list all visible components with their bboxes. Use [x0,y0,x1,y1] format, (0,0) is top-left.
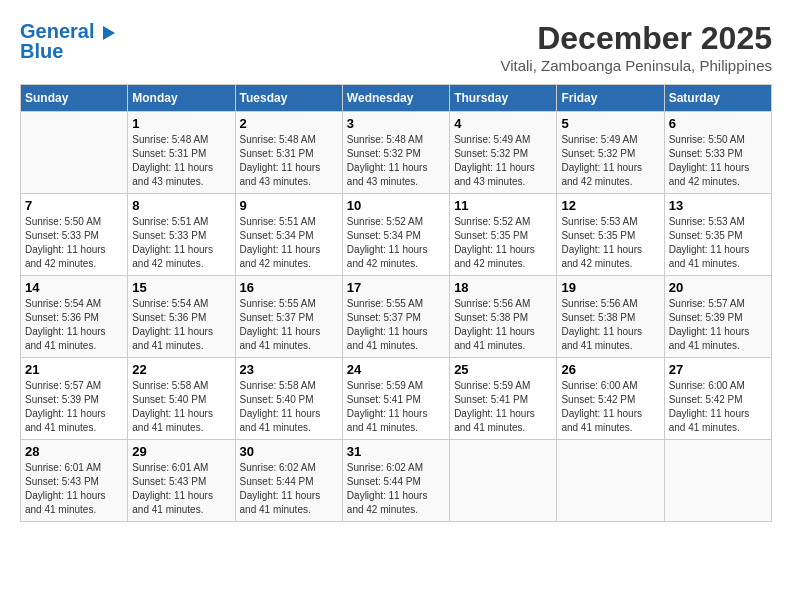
calendar-cell: 10 Sunrise: 5:52 AMSunset: 5:34 PMDaylig… [342,194,449,276]
day-number: 4 [454,116,552,131]
day-number: 19 [561,280,659,295]
calendar-cell: 1 Sunrise: 5:48 AMSunset: 5:31 PMDayligh… [128,112,235,194]
calendar-cell: 31 Sunrise: 6:02 AMSunset: 5:44 PMDaylig… [342,440,449,522]
day-detail: Sunrise: 5:59 AMSunset: 5:41 PMDaylight:… [347,379,445,435]
day-detail: Sunrise: 5:56 AMSunset: 5:38 PMDaylight:… [561,297,659,353]
day-detail: Sunrise: 5:59 AMSunset: 5:41 PMDaylight:… [454,379,552,435]
day-number: 20 [669,280,767,295]
day-number: 14 [25,280,123,295]
calendar-cell: 11 Sunrise: 5:52 AMSunset: 5:35 PMDaylig… [450,194,557,276]
calendar-cell: 30 Sunrise: 6:02 AMSunset: 5:44 PMDaylig… [235,440,342,522]
calendar-cell: 19 Sunrise: 5:56 AMSunset: 5:38 PMDaylig… [557,276,664,358]
calendar-cell [21,112,128,194]
calendar-cell: 29 Sunrise: 6:01 AMSunset: 5:43 PMDaylig… [128,440,235,522]
calendar-week-row: 7 Sunrise: 5:50 AMSunset: 5:33 PMDayligh… [21,194,772,276]
day-detail: Sunrise: 6:00 AMSunset: 5:42 PMDaylight:… [561,379,659,435]
day-number: 28 [25,444,123,459]
weekday-header-monday: Monday [128,85,235,112]
calendar-table: SundayMondayTuesdayWednesdayThursdayFrid… [20,84,772,522]
day-number: 8 [132,198,230,213]
calendar-cell: 21 Sunrise: 5:57 AMSunset: 5:39 PMDaylig… [21,358,128,440]
day-number: 26 [561,362,659,377]
day-number: 17 [347,280,445,295]
day-detail: Sunrise: 5:54 AMSunset: 5:36 PMDaylight:… [132,297,230,353]
calendar-cell: 2 Sunrise: 5:48 AMSunset: 5:31 PMDayligh… [235,112,342,194]
weekday-header-thursday: Thursday [450,85,557,112]
day-number: 24 [347,362,445,377]
day-detail: Sunrise: 5:49 AMSunset: 5:32 PMDaylight:… [561,133,659,189]
calendar-title: December 2025 [500,20,772,57]
calendar-cell [557,440,664,522]
day-detail: Sunrise: 5:52 AMSunset: 5:34 PMDaylight:… [347,215,445,271]
day-detail: Sunrise: 6:01 AMSunset: 5:43 PMDaylight:… [25,461,123,517]
day-number: 10 [347,198,445,213]
day-detail: Sunrise: 5:54 AMSunset: 5:36 PMDaylight:… [25,297,123,353]
calendar-subtitle: Vitali, Zamboanga Peninsula, Philippines [500,57,772,74]
calendar-cell: 15 Sunrise: 5:54 AMSunset: 5:36 PMDaylig… [128,276,235,358]
calendar-cell: 23 Sunrise: 5:58 AMSunset: 5:40 PMDaylig… [235,358,342,440]
day-number: 16 [240,280,338,295]
calendar-cell: 18 Sunrise: 5:56 AMSunset: 5:38 PMDaylig… [450,276,557,358]
calendar-week-row: 14 Sunrise: 5:54 AMSunset: 5:36 PMDaylig… [21,276,772,358]
day-number: 6 [669,116,767,131]
day-number: 3 [347,116,445,131]
page-header: General Blue December 2025 Vitali, Zambo… [20,20,772,74]
calendar-cell: 4 Sunrise: 5:49 AMSunset: 5:32 PMDayligh… [450,112,557,194]
day-detail: Sunrise: 5:51 AMSunset: 5:34 PMDaylight:… [240,215,338,271]
day-number: 31 [347,444,445,459]
calendar-cell [664,440,771,522]
weekday-header-saturday: Saturday [664,85,771,112]
day-number: 27 [669,362,767,377]
day-number: 25 [454,362,552,377]
calendar-cell: 16 Sunrise: 5:55 AMSunset: 5:37 PMDaylig… [235,276,342,358]
logo-text: General [20,20,115,42]
calendar-cell: 20 Sunrise: 5:57 AMSunset: 5:39 PMDaylig… [664,276,771,358]
day-detail: Sunrise: 5:50 AMSunset: 5:33 PMDaylight:… [25,215,123,271]
day-detail: Sunrise: 5:53 AMSunset: 5:35 PMDaylight:… [669,215,767,271]
weekday-header-tuesday: Tuesday [235,85,342,112]
calendar-body: 1 Sunrise: 5:48 AMSunset: 5:31 PMDayligh… [21,112,772,522]
calendar-cell: 22 Sunrise: 5:58 AMSunset: 5:40 PMDaylig… [128,358,235,440]
weekday-header-friday: Friday [557,85,664,112]
calendar-cell: 12 Sunrise: 5:53 AMSunset: 5:35 PMDaylig… [557,194,664,276]
calendar-week-row: 21 Sunrise: 5:57 AMSunset: 5:39 PMDaylig… [21,358,772,440]
day-detail: Sunrise: 5:58 AMSunset: 5:40 PMDaylight:… [132,379,230,435]
calendar-cell: 3 Sunrise: 5:48 AMSunset: 5:32 PMDayligh… [342,112,449,194]
calendar-week-row: 1 Sunrise: 5:48 AMSunset: 5:31 PMDayligh… [21,112,772,194]
day-number: 11 [454,198,552,213]
day-number: 9 [240,198,338,213]
calendar-cell: 27 Sunrise: 6:00 AMSunset: 5:42 PMDaylig… [664,358,771,440]
day-detail: Sunrise: 5:51 AMSunset: 5:33 PMDaylight:… [132,215,230,271]
day-detail: Sunrise: 5:48 AMSunset: 5:32 PMDaylight:… [347,133,445,189]
calendar-cell: 9 Sunrise: 5:51 AMSunset: 5:34 PMDayligh… [235,194,342,276]
calendar-week-row: 28 Sunrise: 6:01 AMSunset: 5:43 PMDaylig… [21,440,772,522]
day-number: 13 [669,198,767,213]
day-number: 29 [132,444,230,459]
day-detail: Sunrise: 5:58 AMSunset: 5:40 PMDaylight:… [240,379,338,435]
calendar-cell: 25 Sunrise: 5:59 AMSunset: 5:41 PMDaylig… [450,358,557,440]
calendar-cell: 5 Sunrise: 5:49 AMSunset: 5:32 PMDayligh… [557,112,664,194]
day-number: 18 [454,280,552,295]
day-detail: Sunrise: 5:55 AMSunset: 5:37 PMDaylight:… [240,297,338,353]
day-number: 5 [561,116,659,131]
day-number: 15 [132,280,230,295]
day-detail: Sunrise: 5:50 AMSunset: 5:33 PMDaylight:… [669,133,767,189]
day-detail: Sunrise: 5:56 AMSunset: 5:38 PMDaylight:… [454,297,552,353]
weekday-header-sunday: Sunday [21,85,128,112]
day-detail: Sunrise: 5:55 AMSunset: 5:37 PMDaylight:… [347,297,445,353]
calendar-cell: 28 Sunrise: 6:01 AMSunset: 5:43 PMDaylig… [21,440,128,522]
logo-line2: Blue [20,40,115,63]
logo: General Blue [20,20,115,63]
day-number: 12 [561,198,659,213]
calendar-cell: 8 Sunrise: 5:51 AMSunset: 5:33 PMDayligh… [128,194,235,276]
weekday-header-row: SundayMondayTuesdayWednesdayThursdayFrid… [21,85,772,112]
calendar-cell: 7 Sunrise: 5:50 AMSunset: 5:33 PMDayligh… [21,194,128,276]
day-detail: Sunrise: 5:53 AMSunset: 5:35 PMDaylight:… [561,215,659,271]
day-detail: Sunrise: 5:48 AMSunset: 5:31 PMDaylight:… [132,133,230,189]
calendar-cell [450,440,557,522]
day-detail: Sunrise: 5:52 AMSunset: 5:35 PMDaylight:… [454,215,552,271]
day-number: 2 [240,116,338,131]
calendar-cell: 17 Sunrise: 5:55 AMSunset: 5:37 PMDaylig… [342,276,449,358]
day-number: 1 [132,116,230,131]
day-detail: Sunrise: 6:02 AMSunset: 5:44 PMDaylight:… [240,461,338,517]
